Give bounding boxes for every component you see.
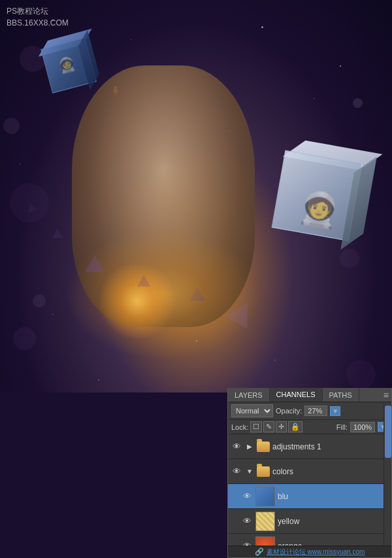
- layer-name-blu: blu: [278, 492, 389, 501]
- bokeh-circle: [13, 327, 36, 350]
- panel-menu-icon[interactable]: ≡: [384, 390, 389, 400]
- layer-row-adjustments1[interactable]: 👁 ▶ adjustments 1: [228, 434, 391, 459]
- tab-layers[interactable]: LAYERS: [228, 388, 270, 402]
- lock-icons-group: ☐ ✎ ✛ 🔒: [250, 421, 302, 432]
- triangle-1: [85, 255, 105, 272]
- layer-visibility-blu[interactable]: 👁: [241, 491, 253, 502]
- blend-mode-select[interactable]: Normal Multiply Screen Overlay: [231, 404, 273, 417]
- scrollbar-thumb[interactable]: [385, 406, 391, 458]
- blend-opacity-toolbar: Normal Multiply Screen Overlay Opacity: …: [228, 402, 391, 420]
- bokeh-circle: [3, 118, 20, 134]
- layer-folder-icon-adjustments1: [257, 442, 270, 452]
- layer-row-colors[interactable]: 👁 ▼ colors: [228, 459, 391, 484]
- bokeh-circle: [353, 98, 363, 108]
- photoshop-panel: LAYERS CHANNELS PATHS ≡ Normal Multiply …: [227, 388, 392, 558]
- bokeh-circle: [346, 360, 376, 389]
- lock-label: Lock:: [231, 423, 248, 431]
- opacity-value: 27%: [304, 406, 327, 416]
- tab-paths[interactable]: PATHS: [323, 388, 359, 402]
- watermark-line1: PS教程论坛: [7, 5, 69, 17]
- tab-channels[interactable]: CHANNELS: [270, 388, 323, 402]
- lock-pixels-icon[interactable]: ✎: [263, 421, 274, 432]
- lock-position-icon[interactable]: ✛: [276, 421, 287, 432]
- opacity-arrow[interactable]: ▼: [330, 406, 340, 416]
- lock-transparency-icon[interactable]: ☐: [250, 421, 262, 432]
- layer-visibility-colors[interactable]: 👁: [231, 466, 242, 478]
- fill-area: Fill: 100% ▼: [336, 422, 388, 432]
- layer-visibility-adjustments1[interactable]: 👁: [231, 441, 242, 453]
- triangle-3: [52, 229, 63, 238]
- watermark: PS教程论坛 BBS.16XX8.COM: [7, 5, 69, 29]
- artwork-area: 🧑‍🚀 🧍 🧑‍🚀 PS教程论坛 BBS.16XX8.COM: [0, 0, 392, 392]
- layer-name-yellow: yellow: [278, 517, 389, 526]
- layer-expand-adjustments1[interactable]: ▶: [245, 442, 254, 451]
- layer-folder-icon-colors: [257, 466, 270, 477]
- panel-menu-area: ≡: [384, 388, 391, 402]
- layer-row-blu[interactable]: 👁 blu: [228, 484, 391, 509]
- layer-thumbnail-yellow: [255, 512, 275, 531]
- fill-label: Fill:: [336, 423, 348, 431]
- astronaut-icon-right: 🧑‍🚀: [296, 187, 342, 232]
- scrollbar-track[interactable]: [384, 402, 391, 557]
- triangle-5: [189, 288, 205, 301]
- opacity-label: Opacity:: [276, 407, 302, 415]
- light-flare: [98, 262, 176, 340]
- layer-row-yellow[interactable]: 👁 yellow: [228, 509, 391, 534]
- layer-name-adjustments1: adjustments 1: [272, 442, 389, 451]
- fill-value: 100%: [350, 422, 375, 432]
- bottom-link-bar: 🔗 素材设计论坛 www.missyuan.com: [228, 546, 391, 557]
- lock-row: Lock: ☐ ✎ ✛ 🔒 Fill: 100% ▼: [228, 420, 391, 434]
- lock-all-icon[interactable]: 🔒: [288, 421, 302, 432]
- link-chain-icon: 🔗: [255, 548, 264, 556]
- triangle-2: [137, 275, 150, 287]
- panel-tabs: LAYERS CHANNELS PATHS ≡: [228, 388, 391, 402]
- layer-visibility-yellow[interactable]: 👁: [241, 515, 253, 527]
- bottom-link-text[interactable]: 素材设计论坛 www.missyuan.com: [267, 548, 365, 557]
- layer-name-colors: colors: [272, 467, 389, 476]
- watermark-line2: BBS.16XX8.COM: [7, 17, 69, 29]
- layer-expand-colors[interactable]: ▼: [245, 467, 254, 476]
- layer-thumbnail-blu: [255, 487, 275, 506]
